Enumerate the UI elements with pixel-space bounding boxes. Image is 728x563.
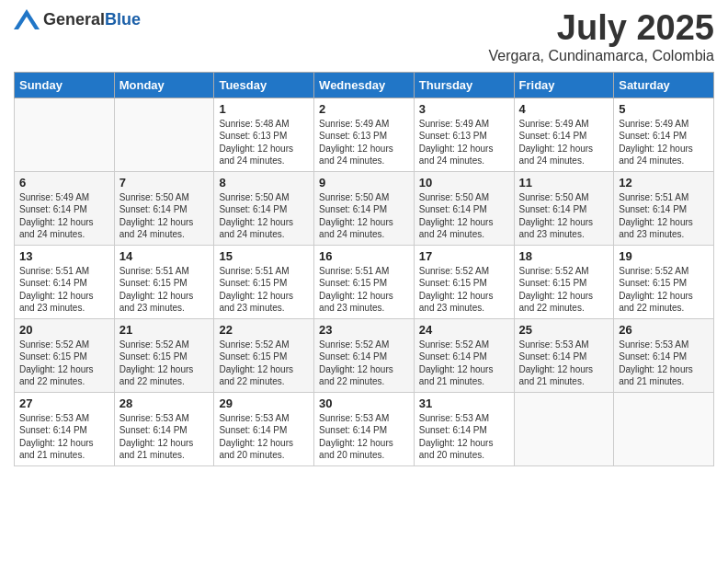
day-info: Sunrise: 5:52 AM Sunset: 6:15 PM Dayligh…	[19, 339, 109, 388]
calendar-cell: 26Sunrise: 5:53 AM Sunset: 6:14 PM Dayli…	[614, 318, 714, 392]
day-number: 24	[419, 323, 509, 337]
calendar-cell: 3Sunrise: 5:49 AM Sunset: 6:13 PM Daylig…	[414, 98, 514, 171]
day-number: 8	[219, 176, 309, 190]
day-number: 20	[19, 323, 109, 337]
calendar-cell: 1Sunrise: 5:48 AM Sunset: 6:13 PM Daylig…	[214, 98, 314, 171]
calendar-cell: 10Sunrise: 5:50 AM Sunset: 6:14 PM Dayli…	[414, 171, 514, 245]
day-info: Sunrise: 5:50 AM Sunset: 6:14 PM Dayligh…	[419, 191, 509, 241]
day-number: 26	[619, 323, 709, 337]
day-number: 5	[619, 102, 709, 116]
calendar-cell: 30Sunrise: 5:53 AM Sunset: 6:14 PM Dayli…	[314, 392, 415, 465]
day-info: Sunrise: 5:52 AM Sunset: 6:14 PM Dayligh…	[419, 339, 509, 388]
day-info: Sunrise: 5:52 AM Sunset: 6:15 PM Dayligh…	[519, 265, 609, 315]
logo-general: General	[43, 10, 105, 29]
logo-text: GeneralBlue	[43, 10, 141, 29]
calendar-cell: 9Sunrise: 5:50 AM Sunset: 6:14 PM Daylig…	[314, 171, 415, 245]
calendar-cell: 15Sunrise: 5:51 AM Sunset: 6:15 PM Dayli…	[214, 245, 314, 318]
day-info: Sunrise: 5:49 AM Sunset: 6:13 PM Dayligh…	[419, 118, 509, 167]
day-info: Sunrise: 5:49 AM Sunset: 6:14 PM Dayligh…	[519, 118, 609, 167]
calendar-cell: 29Sunrise: 5:53 AM Sunset: 6:14 PM Dayli…	[214, 392, 314, 465]
day-info: Sunrise: 5:53 AM Sunset: 6:14 PM Dayligh…	[519, 339, 609, 388]
calendar-cell: 23Sunrise: 5:52 AM Sunset: 6:14 PM Dayli…	[314, 318, 415, 392]
day-info: Sunrise: 5:51 AM Sunset: 6:14 PM Dayligh…	[19, 265, 109, 315]
day-info: Sunrise: 5:53 AM Sunset: 6:14 PM Dayligh…	[219, 412, 309, 462]
day-info: Sunrise: 5:49 AM Sunset: 6:14 PM Dayligh…	[619, 118, 709, 167]
day-info: Sunrise: 5:52 AM Sunset: 6:14 PM Dayligh…	[319, 339, 409, 388]
day-number: 22	[219, 323, 309, 337]
day-info: Sunrise: 5:53 AM Sunset: 6:14 PM Dayligh…	[19, 412, 109, 462]
day-info: Sunrise: 5:51 AM Sunset: 6:15 PM Dayligh…	[319, 265, 409, 315]
day-number: 29	[219, 396, 309, 410]
calendar-cell	[114, 98, 214, 171]
day-number: 4	[519, 102, 609, 116]
page-header: GeneralBlue July 2025 Vergara, Cundinama…	[14, 9, 714, 64]
calendar-cell: 22Sunrise: 5:52 AM Sunset: 6:15 PM Dayli…	[214, 318, 314, 392]
weekday-header: Saturday	[614, 72, 714, 98]
day-number: 9	[319, 176, 409, 190]
calendar-cell: 27Sunrise: 5:53 AM Sunset: 6:14 PM Dayli…	[15, 392, 115, 465]
day-info: Sunrise: 5:53 AM Sunset: 6:14 PM Dayligh…	[419, 412, 509, 462]
calendar-cell: 21Sunrise: 5:52 AM Sunset: 6:15 PM Dayli…	[114, 318, 214, 392]
day-number: 16	[319, 249, 409, 263]
day-number: 1	[219, 102, 309, 116]
day-number: 31	[419, 396, 509, 410]
weekday-header: Wednesday	[314, 72, 415, 98]
day-info: Sunrise: 5:53 AM Sunset: 6:14 PM Dayligh…	[119, 412, 210, 462]
location-title: Vergara, Cundinamarca, Colombia	[489, 48, 714, 64]
calendar-cell	[15, 98, 115, 171]
title-block: July 2025 Vergara, Cundinamarca, Colombi…	[489, 9, 714, 64]
day-info: Sunrise: 5:49 AM Sunset: 6:13 PM Dayligh…	[319, 118, 409, 167]
calendar-cell: 20Sunrise: 5:52 AM Sunset: 6:15 PM Dayli…	[15, 318, 115, 392]
calendar-cell: 8Sunrise: 5:50 AM Sunset: 6:14 PM Daylig…	[214, 171, 314, 245]
weekday-header: Friday	[514, 72, 614, 98]
day-number: 21	[119, 323, 210, 337]
day-number: 7	[119, 176, 210, 190]
calendar-cell: 17Sunrise: 5:52 AM Sunset: 6:15 PM Dayli…	[414, 245, 514, 318]
day-number: 11	[519, 176, 609, 190]
day-info: Sunrise: 5:51 AM Sunset: 6:15 PM Dayligh…	[119, 265, 210, 315]
day-info: Sunrise: 5:49 AM Sunset: 6:14 PM Dayligh…	[19, 191, 109, 241]
day-info: Sunrise: 5:51 AM Sunset: 6:14 PM Dayligh…	[619, 191, 709, 241]
calendar-cell: 7Sunrise: 5:50 AM Sunset: 6:14 PM Daylig…	[114, 171, 214, 245]
calendar-cell: 28Sunrise: 5:53 AM Sunset: 6:14 PM Dayli…	[114, 392, 214, 465]
logo-icon	[14, 9, 40, 29]
calendar-week-row: 6Sunrise: 5:49 AM Sunset: 6:14 PM Daylig…	[15, 171, 714, 245]
day-number: 13	[19, 249, 109, 263]
calendar-table: SundayMondayTuesdayWednesdayThursdayFrid…	[14, 72, 714, 466]
calendar-cell: 14Sunrise: 5:51 AM Sunset: 6:15 PM Dayli…	[114, 245, 214, 318]
day-info: Sunrise: 5:50 AM Sunset: 6:14 PM Dayligh…	[219, 191, 309, 241]
calendar-cell: 24Sunrise: 5:52 AM Sunset: 6:14 PM Dayli…	[414, 318, 514, 392]
day-info: Sunrise: 5:52 AM Sunset: 6:15 PM Dayligh…	[419, 265, 509, 315]
calendar-cell: 11Sunrise: 5:50 AM Sunset: 6:14 PM Dayli…	[514, 171, 614, 245]
weekday-header: Monday	[114, 72, 214, 98]
calendar-cell: 19Sunrise: 5:52 AM Sunset: 6:15 PM Dayli…	[614, 245, 714, 318]
calendar-cell	[614, 392, 714, 465]
day-info: Sunrise: 5:52 AM Sunset: 6:15 PM Dayligh…	[219, 339, 309, 388]
day-number: 14	[119, 249, 210, 263]
day-number: 2	[319, 102, 409, 116]
day-info: Sunrise: 5:50 AM Sunset: 6:14 PM Dayligh…	[319, 191, 409, 241]
day-number: 15	[219, 249, 309, 263]
calendar-cell: 25Sunrise: 5:53 AM Sunset: 6:14 PM Dayli…	[514, 318, 614, 392]
day-number: 25	[519, 323, 609, 337]
day-info: Sunrise: 5:52 AM Sunset: 6:15 PM Dayligh…	[119, 339, 210, 388]
day-info: Sunrise: 5:53 AM Sunset: 6:14 PM Dayligh…	[319, 412, 409, 462]
day-number: 30	[319, 396, 409, 410]
calendar-cell: 12Sunrise: 5:51 AM Sunset: 6:14 PM Dayli…	[614, 171, 714, 245]
weekday-header: Sunday	[15, 72, 115, 98]
day-number: 28	[119, 396, 210, 410]
day-number: 23	[319, 323, 409, 337]
day-number: 10	[419, 176, 509, 190]
logo: GeneralBlue	[14, 9, 141, 29]
day-number: 18	[519, 249, 609, 263]
calendar-week-row: 13Sunrise: 5:51 AM Sunset: 6:14 PM Dayli…	[15, 245, 714, 318]
logo-blue: Blue	[105, 10, 141, 29]
calendar-cell: 16Sunrise: 5:51 AM Sunset: 6:15 PM Dayli…	[314, 245, 415, 318]
day-info: Sunrise: 5:50 AM Sunset: 6:14 PM Dayligh…	[519, 191, 609, 241]
weekday-header: Tuesday	[214, 72, 314, 98]
day-number: 27	[19, 396, 109, 410]
day-number: 6	[19, 176, 109, 190]
day-info: Sunrise: 5:50 AM Sunset: 6:14 PM Dayligh…	[119, 191, 210, 241]
calendar-cell	[514, 392, 614, 465]
calendar-cell: 4Sunrise: 5:49 AM Sunset: 6:14 PM Daylig…	[514, 98, 614, 171]
